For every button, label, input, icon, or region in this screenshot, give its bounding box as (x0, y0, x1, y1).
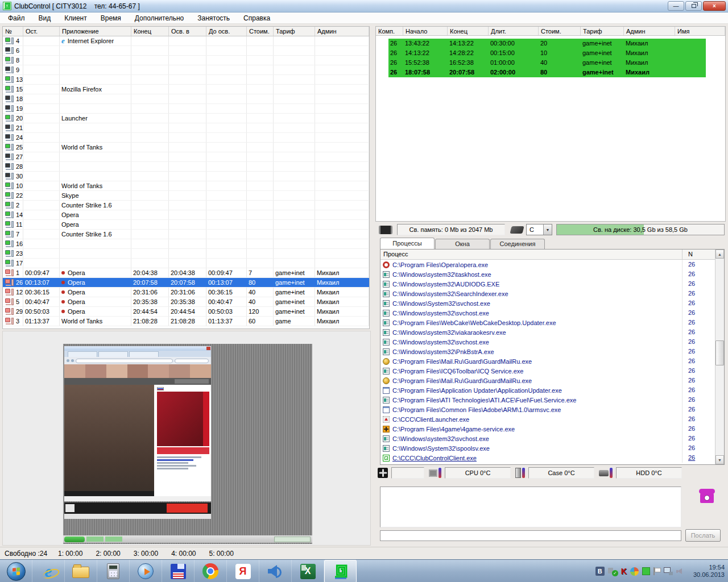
client-row[interactable]: 21 (3, 123, 369, 133)
tab-Соединения[interactable]: Соединения (490, 239, 545, 249)
taskbar-media-player[interactable] (130, 560, 162, 582)
tray-clock[interactable]: 19:54 30.06.2013 (693, 564, 725, 579)
session-row[interactable]: 2613:43:2214:13:2200:30:0020game+inetМих… (376, 39, 725, 48)
taskbar-chrome[interactable] (195, 560, 227, 582)
client-row[interactable]: 14Opera (3, 210, 369, 220)
process-row[interactable]: C:\Program Files\Mail.Ru\Guard\GuardMail… (380, 356, 715, 366)
process-row[interactable]: C:\Program Files\Opera\opera.exe26 (380, 260, 715, 269)
taskbar-calculator[interactable] (97, 560, 130, 582)
session-row[interactable]: 2618:07:5820:07:5802:00:0080game+inetМих… (376, 68, 725, 77)
scroll-down-arrow-icon[interactable]: ▼ (715, 455, 724, 464)
client-row[interactable]: 27 (3, 152, 369, 162)
process-row[interactable]: C:\Windows\System32\spoolsv.exe26 (380, 443, 715, 453)
client-row[interactable]: 18 (3, 94, 369, 104)
session-row[interactable]: 2614:13:2214:28:2200:15:0010game+inetМих… (376, 48, 725, 58)
tab-Процессы[interactable]: Процессы (380, 238, 435, 249)
network-icon[interactable] (664, 567, 673, 575)
client-row[interactable]: 7Counter Strike 1.6 (3, 230, 369, 239)
menu-item-Вид[interactable]: Вид (32, 13, 58, 24)
taskbar-excel[interactable]: X (292, 560, 324, 582)
process-row[interactable]: C:\Program Files\WebCake\WebCakeDesktop.… (380, 318, 715, 327)
client-row[interactable]: 4eInternet Explorer (3, 36, 369, 46)
client-row[interactable]: 25World of Tanks (3, 143, 369, 152)
menu-item-Справка[interactable]: Справка (237, 13, 277, 24)
taskbar-file-explorer[interactable] (65, 560, 97, 582)
phone-icon[interactable] (698, 489, 715, 505)
process-row[interactable]: C:\CCC\ClientLauncher.exe26 (380, 414, 715, 424)
process-row[interactable]: C:\Windows\system32\AUDIODG.EXE26 (380, 279, 715, 289)
drive-select[interactable]: C ▼ (526, 224, 552, 235)
menu-item-Дополнительно[interactable]: Дополнительно (128, 13, 191, 24)
scrollbar-thumb[interactable] (715, 340, 724, 365)
client-row[interactable]: 301:13:37World of Tanks21:08:2821:08:280… (3, 317, 369, 326)
client-row[interactable]: 28 (3, 162, 369, 172)
client-screen-thumbnail[interactable] (63, 344, 312, 544)
client-row[interactable]: 1200:36:15Opera20:31:0620:31:0600:36:154… (3, 288, 369, 297)
restore-button[interactable] (685, 1, 702, 11)
process-scrollbar[interactable]: ▲ ▼ (715, 250, 724, 464)
client-row[interactable]: 2600:13:07Opera20:07:5820:07:5800:13:078… (3, 278, 369, 288)
language-indicator-icon[interactable]: B (595, 567, 605, 576)
taskbar-save-app[interactable] (162, 560, 195, 582)
menu-item-Время[interactable]: Время (94, 13, 128, 24)
menu-item-Занятость[interactable]: Занятость (191, 13, 237, 24)
client-row[interactable]: 500:40:47Opera20:35:3820:35:3800:40:4740… (3, 297, 369, 307)
process-row[interactable]: C:\Program Files\Mail.Ru\Guard\GuardMail… (380, 376, 715, 385)
process-row[interactable]: C:\Program Files\ATI Technologies\ATI.AC… (380, 395, 715, 405)
client-row[interactable]: 2900:50:03Opera20:44:5420:44:5400:50:031… (3, 307, 369, 317)
menu-item-Клиент[interactable]: Клиент (57, 13, 94, 24)
windows-update-icon[interactable] (630, 567, 639, 576)
process-row[interactable]: C:\Windows\System32\svchost.exe26 (380, 298, 715, 308)
process-row[interactable]: C:\Windows\system32\svchost.exe26 (380, 308, 715, 318)
process-row[interactable]: C:\Program Files\Common Files\Adobe\ARM\… (380, 405, 715, 414)
process-row[interactable]: C:\Program Files\ICQ6Toolbar\ICQ Service… (380, 366, 715, 376)
client-cost (247, 162, 274, 171)
computer-screen (5, 231, 10, 235)
process-row[interactable]: C:\Program Files\Application Updater\App… (380, 385, 715, 395)
client-row[interactable]: 30 (3, 172, 369, 181)
client-row[interactable]: 23 (3, 249, 369, 259)
client-row[interactable]: 11Opera (3, 220, 369, 230)
process-row[interactable]: C:\Windows\system32\svchost.exe26 (380, 434, 715, 443)
client-row[interactable]: 22Skype (3, 191, 369, 201)
kaspersky-icon[interactable]: K (621, 567, 627, 576)
client-row[interactable]: 20Launcher (3, 114, 369, 123)
menu-item-Файл[interactable]: Файл (1, 13, 32, 24)
client-row[interactable]: 13 (3, 75, 369, 85)
taskbar-clubcontrol-active[interactable] (324, 560, 357, 582)
tray-app-icon[interactable] (642, 567, 650, 575)
tab-Окна[interactable]: Окна (435, 239, 490, 249)
client-row[interactable]: 19 (3, 104, 369, 114)
chat-message-input[interactable] (380, 530, 681, 541)
send-button[interactable]: Послать (685, 529, 721, 542)
start-button[interactable] (0, 560, 32, 582)
client-cost (247, 201, 274, 210)
process-row[interactable]: C:\CCC\ClubControlClient.exe26 (380, 453, 715, 463)
client-row[interactable]: 9 (3, 65, 369, 75)
client-row[interactable]: 17 (3, 259, 369, 268)
scroll-up-arrow-icon[interactable]: ▲ (715, 250, 724, 259)
process-row[interactable]: C:\Windows\system32\SearchIndexer.exe26 (380, 289, 715, 298)
client-row[interactable]: 15Mozilla Firefox (3, 85, 369, 94)
safely-remove-usb-icon[interactable] (608, 567, 618, 576)
client-row[interactable]: 2Counter Strike 1.6 (3, 201, 369, 210)
client-row[interactable]: 10World of Tanks (3, 181, 369, 191)
minimize-button[interactable]: — (668, 1, 684, 11)
process-row[interactable]: C:\Windows\system32\taskhost.exe26 (380, 269, 715, 279)
client-row[interactable]: 100:09:47Opera20:04:3820:04:3800:09:477g… (3, 268, 369, 278)
client-row[interactable]: 8 (3, 56, 369, 65)
taskbar-volume-app[interactable] (259, 560, 292, 582)
session-row[interactable]: 2615:52:3816:52:3801:00:0040game+inetМих… (376, 58, 725, 68)
process-row[interactable]: C:\Program Files\4game\4game-service.exe… (380, 424, 715, 434)
client-row[interactable]: 16 (3, 239, 369, 249)
action-center-flag-icon[interactable] (653, 567, 660, 575)
process-row[interactable]: C:\Windows\system32\viakaraokesrv.exe26 (380, 327, 715, 337)
taskbar-yandex[interactable]: Я (227, 560, 259, 582)
close-button[interactable]: × (703, 1, 726, 11)
client-row[interactable]: 6 (3, 46, 369, 56)
process-row[interactable]: C:\Windows\system32\svchost.exe26 (380, 337, 715, 347)
client-row[interactable]: 24 (3, 133, 369, 143)
process-row[interactable]: C:\Windows\system32\PnkBstrA.exe26 (380, 347, 715, 356)
taskbar-internet-explorer[interactable]: e (32, 560, 65, 582)
muted-speaker-icon[interactable] (676, 567, 686, 576)
